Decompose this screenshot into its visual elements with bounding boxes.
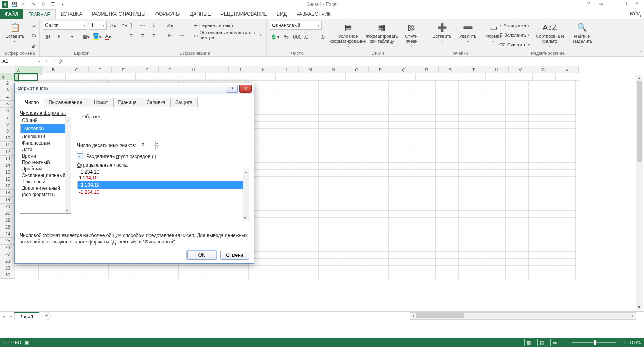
column-header[interactable]: T [462,66,485,73]
cell[interactable] [136,73,159,81]
cell[interactable] [552,128,576,135]
row-header[interactable]: 29 [0,265,15,272]
number-format-select[interactable]: Финансовый▾ [270,21,322,30]
cell[interactable] [459,176,482,183]
cell[interactable] [389,265,412,272]
cell[interactable] [342,149,365,156]
cell[interactable] [529,204,552,211]
cell[interactable] [272,258,295,266]
category-item[interactable]: Дополнительный [20,185,71,191]
row-header[interactable]: 18 [0,190,15,197]
cell[interactable] [295,121,319,129]
scroll-down-icon[interactable]: ▼ [636,304,642,310]
cell[interactable] [436,258,459,266]
underline-button[interactable]: Ч▾ [66,32,75,41]
cancel-formula-icon[interactable]: ✕ [45,58,49,64]
cell[interactable] [459,135,482,142]
cell[interactable] [179,272,202,279]
cell[interactable] [249,272,272,279]
cell[interactable] [529,197,552,204]
cell[interactable] [389,162,412,170]
align-left-icon[interactable]: ≡ [126,31,136,39]
cell[interactable] [529,251,552,259]
cell[interactable] [365,258,389,266]
copy-icon[interactable]: ⧉ [29,31,39,40]
cell[interactable] [436,251,459,259]
cell[interactable] [506,258,529,266]
spin-up-icon[interactable]: ▲ [155,141,159,146]
row-header[interactable]: 12 [0,149,15,156]
cell[interactable] [389,169,412,177]
cell[interactable] [412,128,436,135]
cell[interactable] [322,73,346,81]
cell[interactable] [552,231,576,238]
delete-cells-button[interactable]: ➖Удалить▾ [456,21,479,44]
cell[interactable] [506,183,529,190]
category-item[interactable]: Экспоненциальный [20,172,71,179]
catlist-scroll-up-icon[interactable]: ▲ [65,117,71,123]
cell[interactable] [109,272,132,279]
cell[interactable] [319,190,342,197]
cell[interactable] [506,217,529,224]
cell[interactable] [436,176,459,183]
cell[interactable] [506,265,529,272]
cell[interactable] [482,128,506,135]
cell[interactable] [389,217,412,224]
cell[interactable] [412,272,436,279]
scroll-left-icon[interactable]: ◂ [410,313,416,318]
column-header[interactable]: V [509,66,532,73]
column-header[interactable]: M [299,66,322,73]
cell[interactable] [529,169,552,177]
cell[interactable] [272,142,295,149]
column-header[interactable]: G [159,66,182,73]
cell[interactable] [552,210,576,218]
cell[interactable] [529,231,552,238]
vscroll-thumb[interactable] [637,81,642,162]
cell[interactable] [482,204,506,211]
cell[interactable] [365,101,389,108]
cell[interactable] [389,114,412,122]
cell[interactable] [319,217,342,224]
macro-record-icon[interactable]: ▣ [25,340,29,345]
cell[interactable] [319,142,342,149]
cell[interactable] [272,183,295,190]
cell[interactable] [482,162,506,170]
cell[interactable] [342,128,365,135]
cell[interactable] [506,87,529,94]
cell[interactable] [295,108,319,115]
column-header[interactable]: J [229,66,252,73]
cell[interactable] [506,238,529,245]
cell[interactable] [389,156,412,163]
cell[interactable] [506,142,529,149]
cell[interactable] [552,101,576,108]
borders-icon[interactable]: ▦▾ [81,32,91,41]
cell[interactable] [272,94,295,101]
cell[interactable] [529,128,552,135]
cell[interactable] [459,245,482,252]
cell[interactable] [295,197,319,204]
cell[interactable] [482,245,506,252]
cell[interactable] [482,114,506,122]
cell[interactable] [389,190,412,197]
cell[interactable] [482,197,506,204]
help-icon[interactable]: ? [584,1,592,6]
tab-данные[interactable]: ДАННЫЕ [185,9,216,19]
cell[interactable] [506,272,529,279]
cell[interactable] [436,128,459,135]
cell[interactable] [365,204,389,211]
cell[interactable] [482,142,506,149]
cell[interactable] [365,272,389,279]
cell[interactable] [506,224,529,231]
format-painter-icon[interactable]: 🖌 [29,41,39,50]
cell[interactable] [552,224,576,231]
category-item[interactable]: Текстовый [20,179,71,185]
cell[interactable] [482,94,506,101]
cell[interactable] [342,80,365,87]
cell[interactable] [506,108,529,115]
cell[interactable] [506,94,529,101]
cell[interactable] [342,183,365,190]
font-name-select[interactable]: Calibri▾ [43,21,87,30]
cell[interactable] [272,80,295,87]
cell[interactable] [459,156,482,163]
cell[interactable] [389,176,412,183]
